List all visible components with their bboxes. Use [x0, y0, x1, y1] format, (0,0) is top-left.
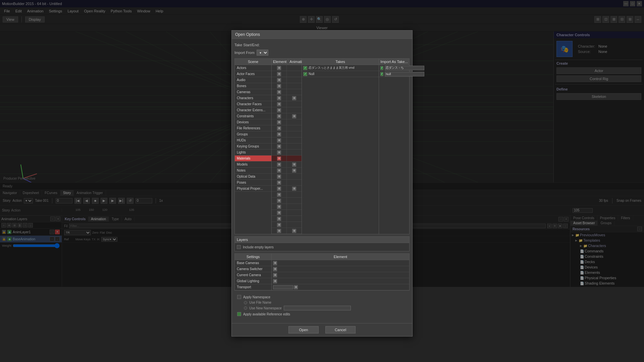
ea-el-scripts-toggle[interactable]: ⊞ [277, 193, 281, 197]
import-from-select[interactable]: ▾ [257, 50, 268, 56]
ia1-input[interactable] [385, 66, 424, 70]
ea-el-charfaces-toggle[interactable]: ⊞ [277, 102, 281, 106]
scene-item-char-extens[interactable]: Character Extens... [235, 107, 271, 113]
ea-el-models-toggle[interactable]: ⊞ [277, 163, 281, 167]
ea-anim-constraints-toggle[interactable]: ⊞ [292, 114, 296, 118]
take1-check[interactable] [303, 66, 307, 70]
ea-el-story-toggle[interactable]: ⊞ [277, 217, 281, 221]
scene-item-physical-prop[interactable]: Physical Proper... [235, 186, 271, 192]
ea-el-audio-toggle[interactable]: ⊞ [277, 78, 281, 82]
ea-el-devices-toggle[interactable]: ⊞ [277, 120, 281, 124]
ea-el-video-toggle[interactable]: ⊞ [277, 229, 281, 233]
ia-null-input[interactable] [385, 72, 424, 76]
s-toggle-transport[interactable]: ⊞ [294, 285, 298, 289]
scene-item-models[interactable]: Models [235, 162, 271, 168]
scene-item-huds[interactable]: HUDs [235, 137, 271, 143]
ea-el-charextens-toggle[interactable]: ⊞ [277, 108, 281, 112]
ea-row-constraints: ⊞⊞ [272, 113, 302, 119]
ea-el-chars-toggle[interactable]: ⊞ [277, 96, 281, 100]
ea-el-textures-toggle[interactable]: ⊞ [277, 223, 281, 227]
setting-transport[interactable]: Transport [235, 284, 271, 290]
scene-item-actor-faces[interactable]: Actor Faces [235, 71, 271, 77]
use-new-namespace-radio[interactable] [244, 306, 247, 310]
ea-el-groups-toggle[interactable]: ⊞ [277, 132, 281, 136]
ea-el-constraints-toggle[interactable]: ⊞ [277, 114, 281, 118]
scene-scroll[interactable]: Actors Actor Faces Audio Bones Cameras C… [235, 65, 271, 192]
ea-el-poses-toggle[interactable]: ⊞ [277, 181, 281, 185]
ea-el-huds-toggle[interactable]: ⊞ [277, 138, 281, 142]
ea-el-keyinggroups-toggle[interactable]: ⊞ [277, 144, 281, 148]
s-toggle-cur-cam[interactable]: ⊞ [273, 273, 277, 277]
take-null-check[interactable] [303, 72, 307, 76]
ea-row-cameras: ⊞ [272, 89, 302, 95]
transport-input[interactable] [273, 285, 293, 289]
ea-el-notes-toggle[interactable]: ⊞ [277, 169, 281, 173]
scene-item-file-refs[interactable]: File References [235, 125, 271, 131]
setting-base-cameras[interactable]: Base Cameras [235, 260, 271, 266]
setting-global-lighting[interactable]: Global Lighting [235, 278, 271, 284]
import-from-row: Import From ▾ [234, 48, 410, 58]
cancel-btn[interactable]: Cancel [325, 326, 356, 334]
s-toggle-global-light[interactable]: ⊞ [273, 279, 277, 283]
ea-el-lights-toggle[interactable]: ⊞ [277, 150, 281, 155]
scene-item-scripts[interactable]: Scripts [235, 192, 271, 192]
scene-item-notes[interactable]: Notes [235, 168, 271, 174]
ea-row-bones: ⊞ [272, 83, 302, 89]
ea-row-optical: ⊞ [272, 174, 302, 180]
ea-el-physical-toggle[interactable]: ⊞ [277, 187, 281, 191]
s-toggle-cam-sw[interactable]: ⊞ [273, 267, 277, 271]
scene-item-character-faces[interactable]: Character Faces [235, 101, 271, 107]
ea-row-devices: ⊞ [272, 119, 302, 125]
new-namespace-input[interactable] [284, 306, 351, 310]
ea-el-filerefs-toggle[interactable]: ⊞ [277, 126, 281, 130]
ea-anim-physical-toggle[interactable]: ⊞ [292, 187, 296, 191]
ea-el-solvers-toggle[interactable]: ⊞ [277, 211, 281, 215]
ea-anim-chars-toggle[interactable]: ⊞ [292, 96, 296, 100]
scene-item-groups[interactable]: Groups [235, 131, 271, 137]
setting-right-transport: ⊞ [272, 284, 409, 290]
setting-current-cam[interactable]: Current Camera [235, 272, 271, 278]
scene-item-keying-groups[interactable]: Keying Groups [235, 143, 271, 149]
scene-item-audio[interactable]: Audio [235, 77, 271, 83]
s-toggle-base[interactable]: ⊞ [273, 261, 277, 265]
open-btn[interactable]: Open [288, 326, 319, 334]
include-empty-layers-cb[interactable] [237, 245, 241, 249]
table-container: Scene Actors Actor Faces Audio Bones Cam… [234, 58, 410, 234]
scene-item-optical-data[interactable]: Optical Data [235, 174, 271, 180]
ea-el-sets-toggle[interactable]: ⊞ [277, 199, 281, 203]
apply-ref-edits-cb[interactable] [237, 312, 241, 316]
include-empty-layers-row: Include empty layers [237, 244, 407, 250]
scene-item-constraints[interactable]: Constraints [235, 113, 271, 119]
ea-anim-notes-toggle[interactable]: ⊞ [292, 169, 296, 173]
scene-item-actors[interactable]: Actors [235, 65, 271, 71]
ia1-check[interactable] [380, 66, 383, 70]
ea-row-char-extens: ⊞ [272, 107, 302, 113]
ea-el-optical-toggle[interactable]: ⊞ [277, 175, 281, 179]
scene-item-lights[interactable]: Lights [235, 149, 271, 156]
ea-row-sets: ⊞ [272, 198, 302, 204]
scene-item-bones[interactable]: Bones [235, 83, 271, 89]
ea-rows: ⊞ ⊞ ⊞ ⊞ ⊞ ⊞⊞ ⊞ ⊞ ⊞⊞ ⊞ ⊞ ⊞ ⊞ ⊞ ⊞ [272, 65, 302, 234]
ea-el-cameras-toggle[interactable]: ⊞ [277, 90, 281, 94]
ea-el-materials-toggle[interactable]: ⊞ [277, 157, 281, 161]
scene-item-materials[interactable]: Materials [235, 156, 271, 162]
scene-col-header: Scene [235, 59, 271, 65]
ea-anim-video-toggle[interactable]: ⊞ [292, 229, 296, 233]
scene-item-poses[interactable]: Poses [235, 180, 271, 186]
ea-el-bones-toggle[interactable]: ⊞ [277, 84, 281, 88]
scene-item-cameras[interactable]: Cameras [235, 89, 271, 95]
settings-left: Settings Base Cameras Camera Switcher Cu… [235, 254, 272, 290]
setting-cam-switcher[interactable]: Camera Switcher [235, 266, 271, 272]
ea-el-actorfaces-toggle[interactable]: ⊞ [277, 72, 281, 76]
use-file-name-radio[interactable] [244, 301, 247, 304]
scene-item-devices[interactable]: Devices [235, 119, 271, 125]
ea-anim-models-toggle[interactable]: ⊞ [292, 163, 296, 167]
settings-body: Settings Base Cameras Camera Switcher Cu… [235, 254, 409, 290]
apply-namespace-cb[interactable] [237, 295, 241, 299]
ea-el-shaders-toggle[interactable]: ⊞ [277, 205, 281, 209]
ia-null-check[interactable] [380, 72, 383, 76]
take-row-null: Null [302, 71, 379, 77]
scene-item-characters[interactable]: Characters [235, 95, 271, 101]
dialog-title[interactable]: Open Options [232, 31, 412, 39]
ea-el-actors-toggle[interactable]: ⊞ [277, 66, 281, 70]
